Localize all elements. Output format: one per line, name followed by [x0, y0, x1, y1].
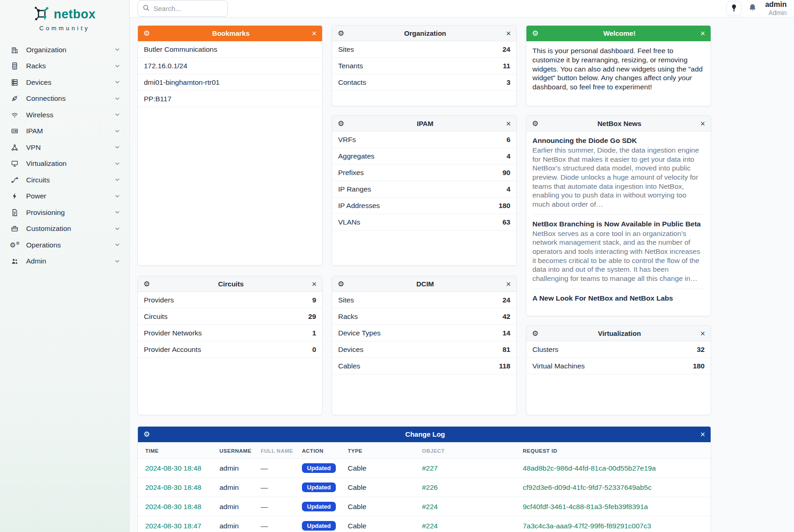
widget-close-button[interactable]: × [506, 120, 511, 128]
sidebar-item-label: Organization [26, 46, 115, 54]
welcome-widget: ⚙ Welcome! × This is your personal dashb… [526, 25, 711, 106]
stat-value: 24 [503, 296, 510, 304]
sidebar-item-ipam[interactable]: IPAM [0, 123, 129, 140]
widget-config-icon[interactable]: ⚙ [338, 30, 344, 37]
widget-config-icon[interactable]: ⚙ [143, 30, 150, 37]
widget-title: Welcome! [538, 29, 700, 37]
changelog-type: Cable [344, 516, 418, 532]
sidebar-item-admin[interactable]: Admin [0, 253, 129, 270]
stat-value: 42 [503, 313, 510, 321]
widget-config-icon[interactable]: ⚙ [338, 120, 344, 127]
widget-config-icon[interactable]: ⚙ [143, 280, 150, 288]
stat-value: 3 [506, 78, 510, 87]
changelog-object-link[interactable]: #227 [422, 464, 438, 472]
changelog-object-link[interactable]: #224 [422, 522, 438, 530]
column-header-type: Type [344, 442, 418, 459]
stat-row: Provider Accounts0 [138, 341, 322, 358]
chevron-down-icon [115, 143, 120, 151]
sidebar-item-connections[interactable]: Connections [0, 91, 129, 107]
circuits-widget: ⚙ Circuits × Providers9 Circuits29 Provi… [137, 276, 323, 415]
bookmark-item[interactable]: Butler Communications [138, 41, 322, 58]
changelog-time-link[interactable]: 2024-08-30 18:47 [145, 522, 201, 530]
widget-config-icon[interactable]: ⚙ [532, 120, 538, 127]
changelog-request-id-link[interactable]: 48ad8b2c-986d-44fd-81ca-00d55b27e19a [523, 464, 656, 472]
sidebar-item-label: Power [26, 192, 115, 200]
sidebar-item-operations[interactable]: ⚙⚙ Operations [0, 237, 129, 253]
widget-close-button[interactable]: × [506, 29, 511, 38]
brand-block[interactable]: netbox Community [0, 0, 129, 34]
netbox-news-widget: ⚙ NetBox News × Announcing the Diode Go … [526, 115, 711, 316]
changelog-object-link[interactable]: #226 [422, 483, 438, 491]
search-icon [142, 4, 150, 13]
chevron-down-icon [115, 111, 120, 119]
sidebar-item-wireless[interactable]: Wireless [0, 107, 129, 123]
bookmark-item[interactable]: dmi01-binghamton-rtr01 [138, 74, 322, 91]
widget-close-button[interactable]: × [700, 29, 705, 38]
widget-config-icon[interactable]: ⚙ [532, 330, 538, 337]
sidebar-item-vpn[interactable]: VPN [0, 139, 129, 156]
topbar: admin Admin [130, 0, 794, 17]
user-menu[interactable]: admin Admin [765, 0, 787, 16]
stat-value: 1 [312, 329, 316, 337]
sidebar-item-virtualization[interactable]: Virtualization [0, 156, 129, 172]
sidebar-item-customization[interactable]: Customization [0, 221, 129, 237]
ipam-widget: ⚙ IPAM × VRFs6 Aggregates4 Prefixes90 IP… [332, 115, 517, 266]
changelog-request-id-link[interactable]: 9cf40fdf-3461-4c88-81a3-5feb39f8391a [523, 503, 648, 510]
changelog-object-link[interactable]: #224 [422, 503, 438, 510]
widget-config-icon[interactable]: ⚙ [338, 280, 344, 288]
brand-name: netbox [54, 7, 96, 22]
theme-toggle-button[interactable] [726, 1, 742, 16]
news-headline[interactable]: A New Look For NetBox and NetBox Labs [532, 294, 705, 302]
widget-config-icon[interactable]: ⚙ [143, 431, 150, 438]
widget-close-button[interactable]: × [312, 29, 317, 38]
server-stack-icon [10, 78, 19, 87]
bookmark-item[interactable]: 172.16.0.1/24 [138, 58, 322, 74]
changelog-time-link[interactable]: 2024-08-30 18:48 [145, 464, 201, 472]
search-input[interactable] [153, 5, 213, 12]
sidebar-item-circuits[interactable]: Circuits [0, 172, 129, 188]
sidebar-item-label: Connections [26, 94, 115, 103]
news-headline[interactable]: Announcing the Diode Go SDK [532, 137, 705, 145]
news-headline[interactable]: NetBox Branching is Now Available in Pub… [532, 220, 705, 228]
column-header-object: Object [418, 442, 519, 459]
notifications-button[interactable] [748, 3, 757, 14]
search-box [137, 0, 228, 17]
stat-row: Prefixes90 [332, 165, 516, 181]
changelog-request-id-link[interactable]: cf92d3e6-d09d-41fc-9fd7-52337649ab5c [523, 483, 652, 491]
netbox-logo-icon [33, 5, 50, 23]
sidebar-item-provisioning[interactable]: Provisioning [0, 204, 129, 221]
widget-close-button[interactable]: × [700, 430, 705, 439]
sidebar-item-label: VPN [26, 143, 115, 152]
sidebar-item-power[interactable]: Power [0, 188, 129, 205]
stat-row: Device Types14 [332, 325, 516, 341]
sidebar: netbox Community Organization Racks Devi… [0, 0, 130, 532]
sidebar-item-racks[interactable]: Racks [0, 58, 129, 75]
widget-close-button[interactable]: × [700, 120, 705, 128]
news-item: A New Look For NetBox and NetBox Labs [532, 289, 705, 308]
stat-value: 180 [693, 362, 705, 370]
changelog-time-link[interactable]: 2024-08-30 18:48 [145, 503, 201, 510]
stat-row: Circuits29 [138, 308, 322, 325]
chevron-down-icon [115, 241, 120, 249]
stat-value: 32 [697, 346, 705, 354]
column-header-action: Action [298, 442, 344, 459]
chevron-down-icon [115, 176, 120, 184]
changelog-time-link[interactable]: 2024-08-30 18:48 [145, 483, 201, 491]
widget-close-button[interactable]: × [506, 280, 511, 288]
widget-config-icon[interactable]: ⚙ [532, 30, 538, 37]
wifi-icon [10, 111, 19, 119]
widget-close-button[interactable]: × [700, 329, 705, 338]
changelog-username: admin [216, 459, 257, 478]
widget-close-button[interactable]: × [312, 280, 317, 288]
sidebar-item-devices[interactable]: Devices [0, 74, 129, 91]
sidebar-item-label: Provisioning [26, 208, 115, 217]
stat-value: 118 [499, 362, 510, 370]
sidebar-item-label: Customization [26, 225, 115, 233]
bookmark-item[interactable]: PP:B117 [138, 91, 322, 107]
changelog-request-id-link[interactable]: 7a3c4c3a-aaa9-47f2-99f6-f89291c007c3 [523, 522, 651, 530]
sidebar-item-organization[interactable]: Organization [0, 42, 129, 58]
virtualization-widget: ⚙ Virtualization × Clusters32 Virtual Ma… [526, 325, 711, 415]
column-header-username: Username [216, 442, 257, 459]
sidebar-item-label: Operations [26, 241, 115, 249]
stat-value: 14 [503, 329, 510, 337]
